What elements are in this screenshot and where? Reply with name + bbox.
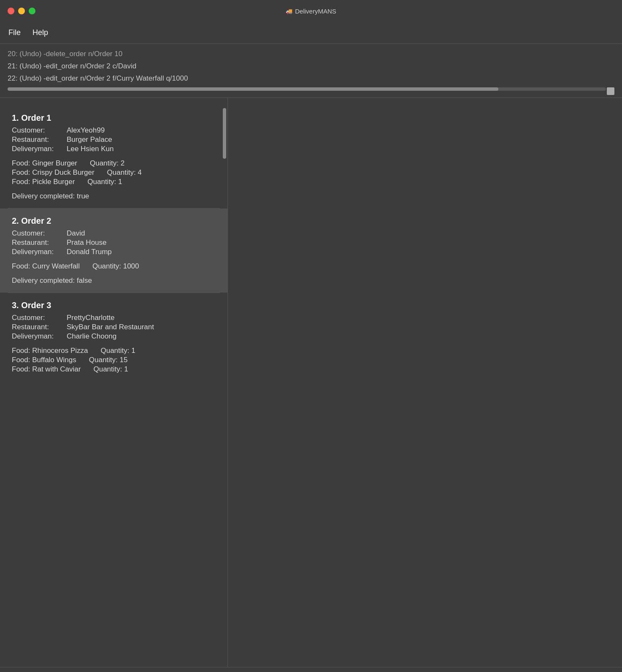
order-2-restaurant-row: Restaurant: Prata House — [12, 238, 216, 247]
order-card-3[interactable]: 3. Order 3 Customer: PrettyCharlotte Res… — [0, 293, 227, 387]
order-1-customer-row: Customer: AlexYeoh99 — [12, 126, 216, 135]
order-1-food-2: Food: Crispy Duck Burger Quantity: 4 — [12, 168, 216, 177]
order-3-food-3: Food: Rat with Caviar Quantity: 1 — [12, 365, 216, 374]
restaurant-label-2: Restaurant: — [12, 238, 67, 247]
order-1-restaurant: Burger Palace — [67, 135, 112, 144]
status-bar: . — [0, 667, 622, 672]
order-1-deliveryman-row: Deliveryman: Lee Hsien Kun — [12, 145, 216, 153]
maximize-button[interactable] — [29, 8, 35, 14]
menu-help[interactable]: Help — [32, 27, 49, 39]
order-3-restaurant: SkyBar Bar and Restaurant — [67, 323, 154, 331]
app-icon: 🚚 — [286, 8, 292, 14]
order-3-foods: Food: Rhinoceros Pizza Quantity: 1 Food:… — [12, 347, 216, 374]
menu-bar: File Help — [0, 22, 622, 44]
order-1-food-3: Food: Pickle Burger Quantity: 1 — [12, 178, 216, 186]
food-qty-1: Quantity: 2 — [90, 159, 124, 168]
status-text: . — [4, 670, 6, 672]
food-qty-3: Quantity: 1 — [87, 178, 122, 186]
order-2-deliveryman-row: Deliveryman: Donald Trump — [12, 248, 216, 256]
order-2-restaurant: Prata House — [67, 238, 107, 247]
title-bar: 🚚 DeliveryMANS — [0, 0, 622, 22]
deliveryman-label: Deliveryman: — [12, 145, 67, 153]
food-name-3-1: Food: Rhinoceros Pizza — [12, 347, 88, 355]
order-2-foods: Food: Curry Waterfall Quantity: 1000 — [12, 262, 216, 271]
food-qty-2: Quantity: 4 — [107, 168, 142, 177]
food-qty-2-1: Quantity: 1000 — [92, 262, 139, 271]
order-3-customer: PrettyCharlotte — [67, 314, 114, 322]
food-qty-3-2: Quantity: 15 — [89, 356, 128, 364]
food-name-3-2: Food: Buffalo Wings — [12, 356, 76, 364]
order-2-deliveryman: Donald Trump — [67, 248, 112, 256]
order-2-title: 2. Order 2 — [12, 216, 216, 226]
app-title: DeliveryMANS — [295, 8, 336, 15]
food-qty-3-1: Quantity: 1 — [100, 347, 135, 355]
order-3-customer-row: Customer: PrettyCharlotte — [12, 314, 216, 322]
customer-label-2: Customer: — [12, 229, 67, 238]
order-card-2[interactable]: 2. Order 2 Customer: David Restaurant: P… — [0, 209, 227, 293]
scrollbar-track — [8, 87, 606, 91]
order-1-foods: Food: Ginger Burger Quantity: 2 Food: Cr… — [12, 159, 216, 186]
order-3-title: 3. Order 3 — [12, 301, 216, 310]
menu-file[interactable]: File — [8, 27, 22, 39]
restaurant-label-3: Restaurant: — [12, 323, 67, 331]
deliveryman-label-3: Deliveryman: — [12, 332, 67, 341]
close-button[interactable] — [8, 8, 14, 14]
window-title: 🚚 DeliveryMANS — [286, 8, 336, 15]
order-1-deliveryman: Lee Hsien Kun — [67, 145, 114, 153]
orders-panel[interactable]: 1. Order 1 Customer: AlexYeoh99 Restaura… — [0, 98, 228, 667]
horizontal-scrollbar[interactable] — [8, 87, 614, 93]
command-line-22: 22: (Undo) -edit_order n/Order 2 f/Curry… — [8, 73, 614, 85]
food-name-2: Food: Crispy Duck Burger — [12, 168, 95, 177]
order-1-customer: AlexYeoh99 — [67, 126, 105, 135]
order-2-customer-row: Customer: David — [12, 229, 216, 238]
command-line-21: 21: (Undo) -edit_order n/Order 2 c/David — [8, 60, 614, 73]
right-panel — [228, 98, 622, 667]
window-controls — [8, 8, 35, 14]
command-history: 20: (Undo) -delete_order n/Order 10 21: … — [0, 44, 622, 98]
customer-label: Customer: — [12, 126, 67, 135]
food-name-2-1: Food: Curry Waterfall — [12, 262, 80, 271]
order-3-deliveryman-row: Deliveryman: Charlie Choong — [12, 332, 216, 341]
order-card-1[interactable]: 1. Order 1 Customer: AlexYeoh99 Restaura… — [0, 106, 227, 208]
scroll-corner — [607, 87, 614, 95]
minimize-button[interactable] — [18, 8, 25, 14]
customer-label-3: Customer: — [12, 314, 67, 322]
order-1-title: 1. Order 1 — [12, 113, 216, 123]
food-qty-3-3: Quantity: 1 — [93, 365, 128, 374]
main-content: 1. Order 1 Customer: AlexYeoh99 Restaura… — [0, 98, 622, 667]
restaurant-label: Restaurant: — [12, 135, 67, 144]
order-2-delivery-status: Delivery completed: false — [12, 276, 216, 285]
food-name-3-3: Food: Rat with Caviar — [12, 365, 81, 374]
order-3-food-2: Food: Buffalo Wings Quantity: 15 — [12, 356, 216, 364]
order-3-deliveryman: Charlie Choong — [67, 332, 116, 341]
order-1-delivery-status: Delivery completed: true — [12, 192, 216, 201]
food-name-3: Food: Pickle Burger — [12, 178, 75, 186]
order-2-customer: David — [67, 229, 85, 238]
scrollbar-v-thumb — [223, 108, 226, 159]
vertical-scrollbar[interactable] — [222, 98, 227, 667]
food-name-1: Food: Ginger Burger — [12, 159, 77, 168]
order-2-food-1: Food: Curry Waterfall Quantity: 1000 — [12, 262, 216, 271]
order-1-food-1: Food: Ginger Burger Quantity: 2 — [12, 159, 216, 168]
deliveryman-label-2: Deliveryman: — [12, 248, 67, 256]
order-3-restaurant-row: Restaurant: SkyBar Bar and Restaurant — [12, 323, 216, 331]
order-1-restaurant-row: Restaurant: Burger Palace — [12, 135, 216, 144]
command-line-20: 20: (Undo) -delete_order n/Order 10 — [8, 48, 614, 60]
scrollbar-thumb — [8, 87, 498, 91]
order-3-food-1: Food: Rhinoceros Pizza Quantity: 1 — [12, 347, 216, 355]
